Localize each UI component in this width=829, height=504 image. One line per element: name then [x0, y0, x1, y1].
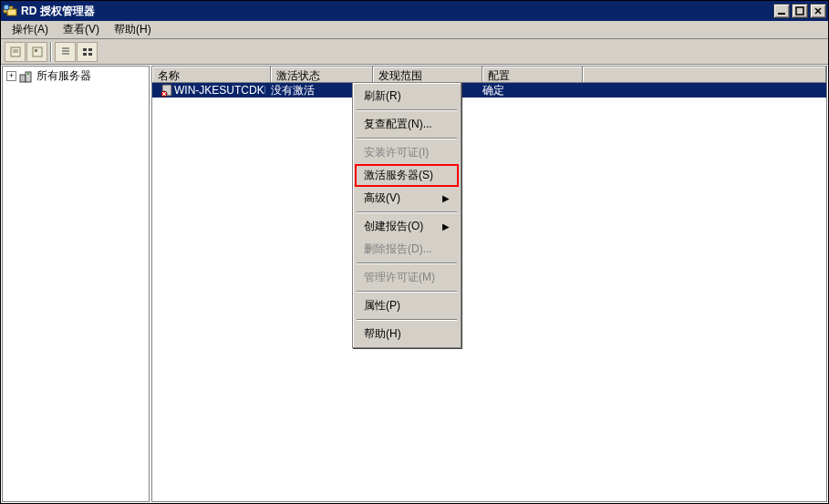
- servers-icon: [19, 69, 34, 84]
- col-header-status[interactable]: 激活状态: [271, 67, 373, 83]
- svg-rect-1: [7, 9, 16, 15]
- svg-rect-3: [778, 13, 785, 15]
- cm-manage-license: 管理许可证(M): [355, 266, 459, 289]
- cm-activate-server[interactable]: 激活服务器(S): [355, 164, 459, 187]
- cm-separator: [357, 138, 457, 139]
- tree-root-item[interactable]: + 所有服务器: [3, 67, 149, 86]
- tree-pane: + 所有服务器: [2, 66, 150, 502]
- cm-properties[interactable]: 属性(P): [355, 294, 459, 317]
- svg-rect-11: [35, 49, 37, 52]
- cm-help[interactable]: 帮助(H): [355, 323, 459, 345]
- chevron-right-icon: ▶: [442, 221, 450, 231]
- menu-bar: 操作(A) 查看(V) 帮助(H): [1, 21, 828, 39]
- cm-delete-report: 删除报告(D)...: [355, 238, 459, 261]
- toolbar-btn-1[interactable]: [5, 42, 26, 62]
- cm-review-config[interactable]: 复查配置(N)...: [355, 113, 459, 136]
- server-icon: [160, 83, 174, 98]
- toolbar: [1, 39, 828, 65]
- cm-separator: [357, 319, 457, 321]
- svg-point-2: [4, 5, 9, 10]
- col-header-rest: [583, 67, 826, 83]
- tree-root-label: 所有服务器: [36, 68, 91, 84]
- list-header: 名称 激活状态 发现范围 配置: [152, 67, 826, 83]
- cm-install-license: 安装许可证(I): [355, 141, 459, 164]
- svg-point-21: [27, 73, 29, 75]
- menu-view[interactable]: 查看(V): [56, 20, 107, 39]
- cm-refresh[interactable]: 刷新(R): [355, 85, 459, 108]
- app-icon: [3, 4, 17, 18]
- list-row[interactable]: WIN-JKESUTCDKFE 没有激活 确定: [152, 83, 826, 98]
- cm-create-report[interactable]: 创建报告(O)▶: [355, 215, 459, 238]
- chevron-right-icon: ▶: [442, 193, 450, 203]
- col-header-config[interactable]: 配置: [482, 67, 583, 83]
- svg-rect-16: [88, 48, 92, 51]
- minimize-button[interactable]: [773, 4, 790, 18]
- cm-separator: [357, 291, 457, 293]
- row-name: WIN-JKESUTCDKFE: [174, 84, 265, 97]
- cm-separator: [357, 109, 457, 111]
- svg-rect-18: [88, 53, 92, 56]
- svg-rect-4: [796, 7, 803, 15]
- cm-separator: [357, 211, 457, 213]
- col-header-scope[interactable]: 发现范围: [373, 67, 482, 83]
- cm-advanced[interactable]: 高级(V)▶: [355, 187, 459, 210]
- toolbar-btn-4[interactable]: [77, 42, 98, 62]
- col-header-name[interactable]: 名称: [152, 67, 271, 83]
- toolbar-btn-2[interactable]: [26, 42, 47, 62]
- title-bar: RD 授权管理器: [1, 1, 828, 21]
- main-area: + 所有服务器 名称 激活状态 发现范围 配置 WIN-JKESUTCDKFE …: [1, 65, 828, 503]
- list-pane: 名称 激活状态 发现范围 配置 WIN-JKESUTCDKFE 没有激活 确定 …: [151, 66, 827, 502]
- svg-rect-19: [20, 75, 26, 82]
- context-menu: 刷新(R) 复查配置(N)... 安装许可证(I) 激活服务器(S) 高级(V)…: [352, 82, 461, 348]
- toolbar-separator: [50, 42, 52, 62]
- toolbar-btn-3[interactable]: [55, 42, 76, 62]
- svg-rect-15: [83, 48, 87, 51]
- svg-rect-17: [83, 53, 87, 56]
- row-config: 确定: [477, 83, 577, 98]
- menu-action[interactable]: 操作(A): [5, 20, 56, 39]
- cm-separator: [357, 262, 457, 264]
- window-title: RD 授权管理器: [21, 4, 773, 19]
- close-button[interactable]: [810, 4, 826, 18]
- maximize-button[interactable]: [792, 4, 808, 18]
- menu-help[interactable]: 帮助(H): [107, 20, 159, 39]
- expand-icon[interactable]: +: [6, 71, 16, 81]
